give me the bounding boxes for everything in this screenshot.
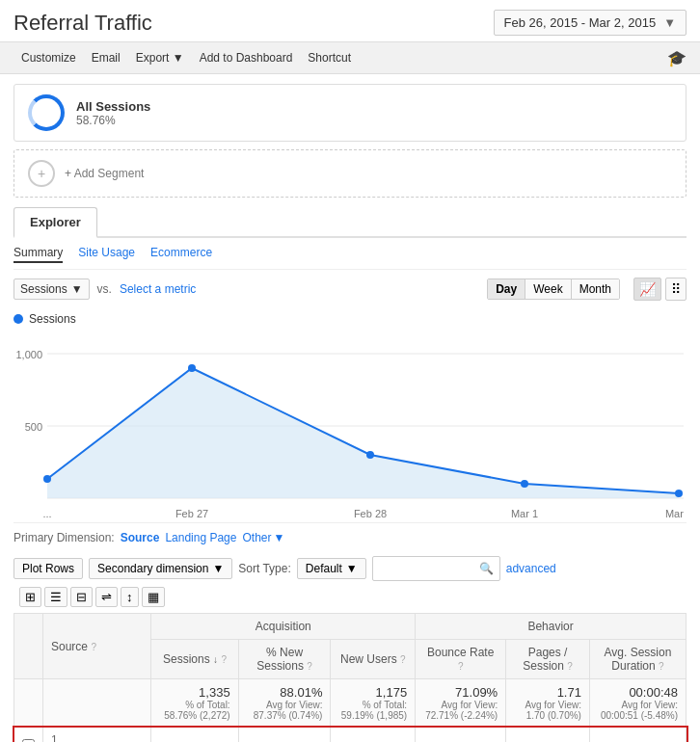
plus-icon: + bbox=[28, 160, 55, 187]
segment-area: All Sessions 58.76% + + Add Segment bbox=[0, 74, 700, 207]
metric-dropdown[interactable]: Sessions ▼ bbox=[13, 278, 90, 300]
totals-label-cell bbox=[43, 679, 151, 728]
row1-source-cell: 1. producthunt.com bbox=[43, 728, 151, 743]
totals-row: 1,335 % of Total: 58.76% (2,272) 88.01% … bbox=[14, 679, 687, 728]
svg-point-7 bbox=[188, 364, 196, 372]
date-range-label: Feb 26, 2015 - Mar 2, 2015 bbox=[504, 15, 657, 30]
chart-type-buttons: 📈 ⠿ bbox=[633, 278, 687, 301]
totals-pages-session: 1.71 Avg for View: 1.70 (0.70%) bbox=[506, 679, 590, 728]
checkbox-header bbox=[14, 614, 43, 679]
new-users-col-header[interactable]: New Users ? bbox=[331, 640, 416, 679]
totals-new-users: 1,175 % of Total: 59.19% (1,985) bbox=[331, 679, 416, 728]
row1-bounce-rate: 71.29% bbox=[416, 728, 506, 743]
segment-info: All Sessions 58.76% bbox=[76, 99, 150, 127]
sort-type-label: Sort Type: bbox=[238, 562, 290, 575]
sub-tab-summary[interactable]: Summary bbox=[13, 246, 63, 263]
time-btn-month[interactable]: Month bbox=[572, 279, 619, 299]
pivot-icon-button[interactable]: ⊟ bbox=[70, 587, 93, 607]
caret-icon: ▼ bbox=[273, 531, 284, 544]
compare-icon-button[interactable]: ⇌ bbox=[95, 587, 118, 607]
row1-new-users: 837 (71.23%) bbox=[331, 728, 416, 743]
email-button[interactable]: Email bbox=[84, 48, 128, 67]
advanced-link[interactable]: advanced bbox=[506, 562, 556, 575]
svg-text:▼: ▼ bbox=[365, 520, 375, 522]
caret-icon: ▼ bbox=[212, 562, 224, 575]
select-metric-link[interactable]: Select a metric bbox=[120, 282, 196, 296]
line-chart-button[interactable]: 📈 bbox=[633, 278, 661, 301]
data-table: Source ? Acquisition Behavior Sessions ↓… bbox=[13, 613, 687, 742]
segment-pct: 58.76% bbox=[76, 114, 150, 127]
page-title: Referral Traffic bbox=[13, 11, 152, 36]
new-sessions-col-header[interactable]: % New Sessions ? bbox=[238, 640, 331, 679]
scatter-chart-button[interactable]: ⠿ bbox=[665, 278, 687, 301]
help-icon: 🎓 bbox=[667, 49, 687, 67]
totals-checkbox-cell bbox=[14, 679, 43, 728]
compare2-icon-button[interactable]: ↕ bbox=[121, 587, 139, 607]
svg-text:500: 500 bbox=[25, 421, 42, 433]
chart-controls: Sessions ▼ vs. Select a metric Day Week … bbox=[13, 270, 687, 308]
group-header-row: Source ? Acquisition Behavior bbox=[14, 614, 687, 640]
new-users-help: ? bbox=[400, 654, 406, 665]
table-icon-button[interactable]: ▦ bbox=[142, 587, 165, 607]
customize-button[interactable]: Customize bbox=[13, 48, 84, 67]
bounce-rate-col-header[interactable]: Bounce Rate ? bbox=[416, 640, 506, 679]
table-controls: Plot Rows Secondary dimension ▼ Sort Typ… bbox=[13, 550, 687, 613]
acquisition-header: Acquisition bbox=[151, 614, 416, 640]
list-icon-button[interactable]: ☰ bbox=[44, 587, 67, 607]
dropdown-arrow: ▼ bbox=[71, 282, 83, 296]
new-sessions-help: ? bbox=[307, 661, 312, 672]
source-header: Source ? bbox=[43, 614, 151, 679]
search-input[interactable] bbox=[379, 559, 475, 578]
export-button[interactable]: Export ▼ bbox=[128, 48, 192, 67]
secondary-dimension-button[interactable]: Secondary dimension ▼ bbox=[89, 558, 232, 579]
tab-explorer[interactable]: Explorer bbox=[13, 207, 97, 238]
line-chart: 1,000 500 ... Feb 27 Feb 28 Mar 1 Mar 2 bbox=[13, 330, 687, 522]
dimension-landing-page[interactable]: Landing Page bbox=[165, 531, 236, 544]
avg-session-col-header[interactable]: Avg. Session Duration ? bbox=[589, 640, 686, 679]
search-icon[interactable]: 🔍 bbox=[479, 562, 494, 575]
sub-tab-ecommerce[interactable]: Ecommerce bbox=[150, 246, 212, 263]
search-box: 🔍 bbox=[372, 556, 500, 581]
add-segment-button[interactable]: + + Add Segment bbox=[13, 149, 687, 198]
dimension-label: Primary Dimension: bbox=[13, 531, 115, 544]
add-to-dashboard-button[interactable]: Add to Dashboard bbox=[192, 48, 301, 67]
svg-text:Feb 27: Feb 27 bbox=[175, 508, 208, 519]
bounce-help: ? bbox=[458, 661, 464, 672]
pages-session-col-header[interactable]: Pages / Session ? bbox=[506, 640, 590, 679]
vs-label: vs. bbox=[97, 282, 112, 296]
dimension-row: Primary Dimension: Source Landing Page O… bbox=[13, 522, 687, 550]
sub-tab-site-usage[interactable]: Site Usage bbox=[78, 246, 135, 263]
dimension-source[interactable]: Source bbox=[121, 531, 160, 544]
table-row: 1. producthunt.com 902 (67.57%) 92.79% 8… bbox=[14, 728, 687, 743]
segment-box: All Sessions 58.76% bbox=[13, 84, 687, 142]
sort-type-button[interactable]: Default ▼ bbox=[297, 558, 366, 579]
caret-icon: ▼ bbox=[346, 562, 358, 575]
explorer-section: Explorer Summary Site Usage Ecommerce Se… bbox=[0, 207, 700, 522]
row1-new-sessions: 92.79% bbox=[238, 728, 331, 743]
svg-point-8 bbox=[366, 451, 374, 459]
svg-marker-5 bbox=[47, 368, 679, 498]
explorer-tabs: Explorer bbox=[13, 207, 687, 238]
time-btn-day[interactable]: Day bbox=[488, 279, 525, 299]
sessions-col-header[interactable]: Sessions ↓ ? bbox=[151, 640, 238, 679]
totals-bounce-rate: 71.09% Avg for View: 72.71% (-2.24%) bbox=[416, 679, 506, 728]
shortcut-button[interactable]: Shortcut bbox=[300, 48, 359, 67]
metric-label: Sessions bbox=[20, 282, 67, 296]
date-range-picker[interactable]: Feb 26, 2015 - Mar 2, 2015 ▼ bbox=[494, 10, 687, 36]
svg-point-6 bbox=[43, 475, 51, 483]
time-btn-week[interactable]: Week bbox=[525, 279, 571, 299]
sub-tabs: Summary Site Usage Ecommerce bbox=[13, 238, 687, 270]
table-icon-buttons: ⊞ ☰ ⊟ ⇌ ↕ ▦ bbox=[19, 587, 165, 607]
pages-help: ? bbox=[567, 661, 573, 672]
grid-icon-button[interactable]: ⊞ bbox=[19, 587, 41, 607]
plot-rows-button[interactable]: Plot Rows bbox=[13, 558, 83, 579]
dimension-other[interactable]: Other ▼ bbox=[242, 531, 284, 544]
svg-text:Mar 2: Mar 2 bbox=[665, 508, 687, 519]
svg-point-10 bbox=[675, 490, 683, 497]
row1-pages-session: 1.73 bbox=[506, 728, 590, 743]
segment-name: All Sessions bbox=[76, 99, 150, 114]
sessions-help: ? bbox=[221, 654, 227, 665]
segment-circle bbox=[28, 94, 65, 131]
add-segment-label: + Add Segment bbox=[65, 167, 144, 180]
legend-label: Sessions bbox=[29, 312, 76, 326]
